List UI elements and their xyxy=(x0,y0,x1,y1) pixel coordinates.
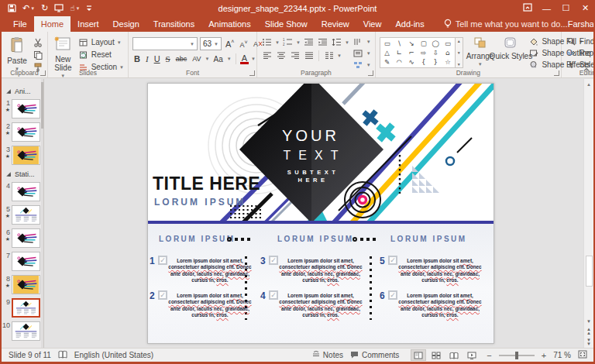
slide-item-4[interactable]: 4✓Lorem ipsum dolor sit amet,consectetue… xyxy=(260,293,367,318)
slide-item-1[interactable]: 1✓Lorem ipsum dolor sit amet,consectetue… xyxy=(150,258,256,283)
cut-button[interactable] xyxy=(32,37,43,47)
slide-thumbnail-3[interactable]: 3★ xyxy=(2,146,43,165)
zoom-slider[interactable] xyxy=(499,355,535,356)
shape-glyph-5[interactable]: ▭ xyxy=(445,39,451,47)
tab-design[interactable]: Design xyxy=(106,16,146,32)
column-header-1[interactable]: LORUM IPSUM xyxy=(159,235,236,243)
slide-thumbnail-1[interactable]: 1★ xyxy=(2,99,43,118)
grow-font-button[interactable]: A˄ xyxy=(224,39,236,49)
fit-slide-to-window-button[interactable] xyxy=(578,350,587,360)
underline-button[interactable]: U xyxy=(153,54,162,64)
slide-thumbnail-8[interactable]: 8★ xyxy=(2,275,43,294)
shape-glyph-13[interactable]: ◠ xyxy=(397,58,402,66)
paragraph-dialog-launcher[interactable] xyxy=(368,70,373,76)
drawing-dialog-launcher[interactable] xyxy=(554,70,559,76)
ribbon-display-options-button[interactable] xyxy=(518,0,537,16)
tab-add-ins[interactable]: Add-ins xyxy=(388,16,431,32)
slide-sorter-view-button[interactable] xyxy=(428,349,444,361)
maximize-button[interactable]: ☐ xyxy=(556,0,576,16)
notes-button[interactable]: Notes xyxy=(312,351,343,359)
slide-item-2[interactable]: 2✓Lorem ipsum dolor sit amet,consectetue… xyxy=(150,293,256,318)
slide-thumbnail-10[interactable]: 10 xyxy=(2,321,43,341)
slide-thumbnail-4[interactable]: 4 xyxy=(2,182,43,201)
touch-mouse-mode-button[interactable]: ☝▼ xyxy=(70,4,80,12)
shape-glyph-12[interactable]: ✎ xyxy=(384,58,390,66)
shapes-grid[interactable]: ▭∖↘▢◯▭△∟⌐⇨⇩⌂✎◠∿{}☆ xyxy=(380,37,456,68)
signed-in-user[interactable]: Farshad Iqbal xyxy=(568,16,595,32)
proofing-icon[interactable] xyxy=(58,350,67,360)
text-direction-button[interactable]: ▼ xyxy=(353,36,371,46)
slide-title-text[interactable]: TITLE HERE xyxy=(153,173,260,194)
column-header-2[interactable]: LORUM IPSUM xyxy=(277,235,354,243)
save-button[interactable] xyxy=(8,4,16,12)
reset-button[interactable]: Reset xyxy=(77,50,124,60)
shape-glyph-14[interactable]: ∿ xyxy=(408,58,414,66)
next-slide-button[interactable]: ▼▼ xyxy=(586,338,591,346)
increase-indent-button[interactable] xyxy=(317,37,328,47)
shape-glyph-7[interactable]: ∟ xyxy=(397,49,402,57)
character-spacing-button[interactable]: AV xyxy=(191,55,202,63)
slide-thumbnail-9[interactable]: 9 xyxy=(2,298,43,318)
scrollbar-thumb[interactable] xyxy=(586,256,593,287)
slide-thumbnail-6[interactable]: 6★ xyxy=(2,228,43,248)
font-name-combo[interactable]: ▼ xyxy=(132,37,198,50)
slide-canvas[interactable]: YOUR TEXT SUBTEXT HERE TITLE HERE LORUM … xyxy=(147,83,494,344)
line-spacing-button[interactable] xyxy=(331,37,342,47)
slideshow-view-button[interactable] xyxy=(464,349,480,361)
tab-home[interactable]: Home xyxy=(34,16,71,32)
bullets-button[interactable] xyxy=(261,37,273,47)
layout-button[interactable]: Layout▼ xyxy=(77,37,124,47)
columns-button[interactable] xyxy=(323,51,335,61)
tab-slide-show[interactable]: Slide Show xyxy=(258,16,315,32)
font-dialog-launcher[interactable] xyxy=(249,70,255,76)
shape-glyph-17[interactable]: ☆ xyxy=(445,58,451,66)
font-size-combo[interactable]: 63▼ xyxy=(200,37,222,50)
replace-button[interactable]: abReplace▼ xyxy=(566,48,595,58)
zoom-in-button[interactable]: + xyxy=(542,351,546,360)
find-button[interactable]: Find xyxy=(566,36,595,46)
paste-button[interactable]: Paste ▼ xyxy=(5,35,29,72)
thumbnail-section-ani-[interactable]: Ani... xyxy=(2,86,43,98)
tab-file[interactable]: File xyxy=(6,16,34,32)
align-text-button[interactable]: ▼ xyxy=(353,48,371,58)
justify-button[interactable] xyxy=(303,51,315,61)
shape-glyph-3[interactable]: ▢ xyxy=(421,39,427,47)
italic-button[interactable]: I xyxy=(144,54,150,64)
shape-glyph-4[interactable]: ◯ xyxy=(432,39,440,47)
bold-button[interactable]: B xyxy=(132,54,142,64)
align-center-button[interactable] xyxy=(275,51,287,61)
shape-glyph-0[interactable]: ▭ xyxy=(384,39,390,47)
tab-view[interactable]: View xyxy=(356,16,389,32)
decrease-indent-button[interactable] xyxy=(303,37,315,47)
shape-glyph-16[interactable]: } xyxy=(434,58,438,66)
numbering-button[interactable]: 12 xyxy=(282,37,294,47)
change-case-button[interactable]: Aa xyxy=(212,55,225,64)
thumbnail-section-stati-[interactable]: Stati... xyxy=(2,169,43,180)
font-color-button[interactable]: A xyxy=(240,54,249,64)
strikethrough-button[interactable]: S xyxy=(164,54,172,64)
shape-glyph-10[interactable]: ⇩ xyxy=(433,49,439,57)
copy-button[interactable] xyxy=(32,50,43,60)
tab-insert[interactable]: Insert xyxy=(71,16,106,32)
scroll-up-icon[interactable]: ▲ xyxy=(584,79,594,89)
slide-item-3[interactable]: 3✓Lorem ipsum dolor sit amet,consectetue… xyxy=(260,258,367,283)
comments-button[interactable]: Comments xyxy=(350,351,399,360)
strikethrough-abc-button[interactable]: abc xyxy=(174,55,189,63)
tell-me-box[interactable]: Tell me what you want to do... xyxy=(444,16,568,32)
slide-subtitle-text[interactable]: LORUM IPSUM xyxy=(154,197,246,208)
shape-glyph-15[interactable]: { xyxy=(421,58,425,66)
shape-glyph-1[interactable]: ∖ xyxy=(397,39,401,47)
align-right-button[interactable] xyxy=(289,51,301,61)
redo-button[interactable]: ↻ xyxy=(41,3,48,13)
clipboard-dialog-launcher[interactable] xyxy=(40,70,46,76)
zoom-level[interactable]: 71 % xyxy=(553,351,571,359)
normal-view-button[interactable] xyxy=(411,349,426,361)
zoom-slider-thumb[interactable] xyxy=(515,352,518,359)
thumbnail-scrollbar[interactable] xyxy=(41,79,43,348)
undo-button[interactable]: ↶▼ xyxy=(22,3,35,13)
slide-thumbnail-5[interactable]: 5★ xyxy=(2,205,43,225)
tab-review[interactable]: Review xyxy=(315,16,356,32)
shrink-font-button[interactable]: A˅ xyxy=(238,39,249,49)
close-button[interactable]: ✕ xyxy=(576,0,595,16)
shapes-gallery-scroll[interactable]: ▲▼▼ xyxy=(456,37,463,68)
